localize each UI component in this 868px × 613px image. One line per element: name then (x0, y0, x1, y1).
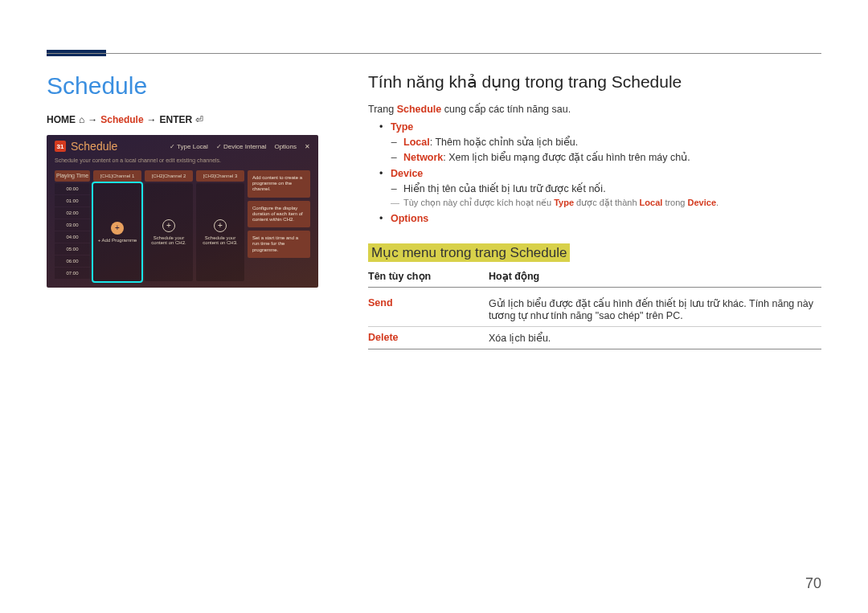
left-column: Schedule HOME ⌂ → Schedule → ENTER ⏎ 31 … (47, 72, 320, 349)
ch2-header: [CH2]Channel 2 (145, 170, 193, 182)
feature-type: Type Local: Thêm hoặc chỉnh sửa lịch biể… (368, 121, 821, 163)
network-text: : Xem lịch biểu mạng được đặt cấu hình t… (443, 152, 690, 163)
breadcrumb: HOME ⌂ → Schedule → ENTER ⏎ (47, 114, 320, 125)
close-icon: ✕ (305, 143, 310, 150)
note-in: trong (662, 198, 687, 207)
ss-device-label: Device (223, 143, 243, 150)
ss-title: Schedule (71, 140, 117, 153)
side-card-3: Set a start time and a run time for the … (248, 231, 310, 258)
ch3-header: [CH3]Channel 3 (196, 170, 244, 182)
intro-pre: Trang (368, 104, 397, 115)
note-mid: được đặt thành (574, 198, 640, 207)
feature-type-local: Local: Thêm hoặc chỉnh sửa lịch biểu. (391, 136, 821, 148)
time-row: 01:00 (55, 195, 90, 206)
enter-icon: ⏎ (195, 114, 203, 125)
plus-icon: + (111, 222, 124, 235)
ch2-body[interactable]: + Schedule your content on CH2. (145, 183, 193, 281)
ss-options: Options (274, 143, 297, 150)
page-number: 70 (805, 575, 821, 592)
ss-top-controls: ✓ Type Local ✓ Device Internal Options ✕ (170, 143, 310, 150)
row-send-name: Send (368, 297, 489, 321)
home-icon: ⌂ (79, 114, 84, 125)
header-rule (47, 53, 821, 54)
th-option-name: Tên tùy chọn (368, 270, 489, 282)
page-title: Schedule (47, 72, 320, 100)
menu-table: Tên tùy chọn Hoạt động Send Gửi lịch biể… (368, 270, 821, 349)
note-local: Local (640, 198, 663, 207)
row-delete-name: Delete (368, 332, 489, 344)
network-kw: Network (403, 152, 443, 163)
feature-type-name: Type (391, 121, 413, 133)
intro-keyword: Schedule (397, 104, 442, 115)
menu-items-heading: Mục menu trong trang Schedule (368, 243, 570, 262)
time-row: 04:00 (55, 231, 90, 243)
feature-device: Device Hiển thị tên của thiết bị lưu trữ… (368, 168, 821, 208)
ss-subtitle: Schedule your content on a local channel… (47, 157, 318, 166)
table-head: Tên tùy chọn Hoạt động (368, 270, 821, 288)
ss-type-label: Type (177, 143, 190, 150)
table-row: Send Gửi lịch biểu được đặt cấu hình đến… (368, 292, 821, 327)
time-row: 07:00 (55, 268, 90, 279)
note-pre: Tùy chọn này chỉ được kích hoạt nếu (403, 198, 554, 207)
side-card-2: Configure the display duration of each i… (248, 201, 310, 228)
breadcrumb-arrow-1: → (88, 114, 97, 125)
th-action: Hoạt động (489, 270, 821, 282)
feature-type-network: Network: Xem lịch biểu mạng được đặt cấu… (391, 151, 821, 163)
ch1-body[interactable]: + + Add Programme (93, 183, 141, 281)
intro-post: cung cấp các tính năng sau. (441, 104, 571, 115)
ss-type-value: Local (193, 143, 208, 150)
feature-options-name: Options (391, 213, 428, 224)
schedule-screenshot: 31 Schedule ✓ Type Local ✓ Device Intern… (47, 135, 318, 288)
time-row: 02:00 (55, 207, 90, 219)
table-row: Delete Xóa lịch biểu. (368, 327, 821, 349)
ch3-label: Schedule your content on CH3. (199, 235, 241, 245)
calendar-icon: 31 (55, 141, 66, 152)
plus-icon: + (214, 219, 227, 232)
playing-time-header: Playing Time (55, 170, 90, 182)
ch3-body[interactable]: + Schedule your content on CH3. (196, 183, 244, 281)
breadcrumb-arrow-2: → (147, 114, 157, 125)
row-delete-desc: Xóa lịch biểu. (489, 332, 821, 344)
ch2-label: Schedule your content on CH2. (148, 235, 190, 245)
time-row: 00:00 (55, 183, 90, 194)
breadcrumb-schedule: Schedule (100, 114, 143, 125)
intro-line: Trang Schedule cung cấp các tính năng sa… (368, 103, 821, 115)
ss-device-value: Internal (245, 143, 267, 150)
note-type: Type (554, 198, 574, 207)
plus-icon: + (162, 219, 175, 232)
local-kw: Local (403, 137, 430, 148)
side-card-1: Add content to create a programme on the… (248, 170, 310, 198)
note-device: Device (688, 198, 716, 207)
row-send-desc: Gửi lịch biểu được đặt cấu hình đến thiế… (489, 297, 821, 321)
local-text: : Thêm hoặc chỉnh sửa lịch biểu. (430, 137, 579, 148)
note-end: . (716, 198, 719, 207)
feature-options: Options (368, 213, 821, 224)
time-row: 05:00 (55, 243, 90, 255)
features-heading: Tính năng khả dụng trong trang Schedule (368, 72, 821, 92)
feature-device-line: Hiển thị tên của thiết bị lưu trữ được k… (391, 182, 821, 194)
ch1-header: [CH1]Channel 1 (93, 170, 141, 182)
feature-device-note: Tùy chọn này chỉ được kích hoạt nếu Type… (391, 198, 821, 208)
right-column: Tính năng khả dụng trong trang Schedule … (368, 72, 821, 349)
feature-list: Type Local: Thêm hoặc chỉnh sửa lịch biể… (368, 121, 821, 224)
time-row: 03:00 (55, 219, 90, 231)
feature-device-name: Device (391, 168, 423, 179)
breadcrumb-home: HOME (47, 114, 76, 125)
ch1-label: + Add Programme (98, 238, 137, 243)
time-row: 06:00 (55, 255, 90, 267)
breadcrumb-enter: ENTER (160, 114, 193, 125)
